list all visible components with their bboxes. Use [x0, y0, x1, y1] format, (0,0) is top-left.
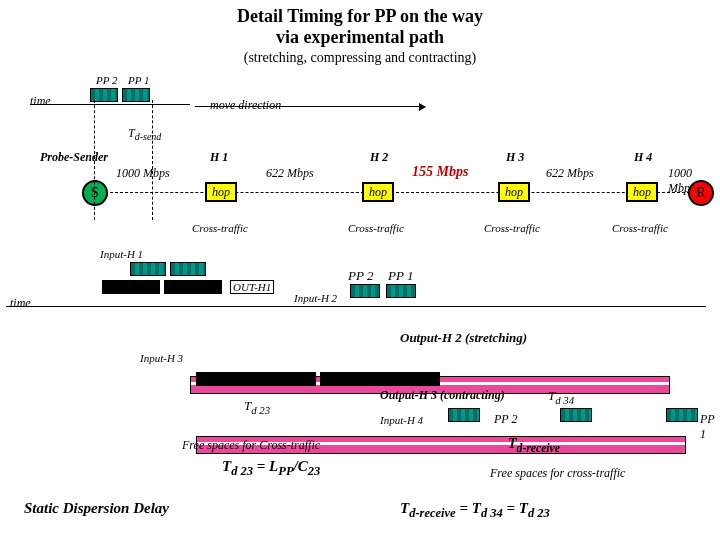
td-send-label: Td-send: [128, 126, 161, 142]
time-axis-mid: [6, 306, 706, 307]
td23-label: Td 23: [244, 398, 270, 416]
hop-h2: hop: [362, 182, 394, 202]
outh1-pp2: [102, 280, 160, 294]
inh2-pp1: [386, 284, 416, 298]
hop-h4: hop: [626, 182, 658, 202]
pp2-bottom: PP 2: [494, 412, 517, 427]
receiver-node: R: [688, 180, 714, 206]
time-label-top: time: [30, 94, 51, 109]
link2-label: 622 Mbps: [266, 166, 314, 181]
pp2-mid: PP 2: [348, 268, 373, 284]
pp1-label-top: PP 1: [128, 74, 150, 86]
inh4-pp2: [448, 408, 480, 422]
pp1-bottom: PP 1: [700, 412, 720, 442]
td-receive-label: Td-receive: [508, 436, 560, 455]
input-h3-label: Input-H 3: [140, 352, 183, 364]
move-direction-arrow: [195, 106, 425, 107]
outh3-pp2: [196, 372, 316, 386]
inh1-pp2: [130, 262, 166, 276]
link1-label: 1000 Mbps: [116, 166, 170, 181]
static-dispersion-delay: Static Dispersion Delay: [24, 500, 169, 517]
inh1-pp1: [170, 262, 206, 276]
input-h4-label: Input-H 4: [380, 414, 423, 426]
h4-label: H 4: [634, 150, 652, 165]
free-spaces-1: Free spaces for Cross-traffic: [182, 438, 320, 453]
vguide-s: [94, 100, 95, 220]
inh4-mid: [560, 408, 592, 422]
inh2-pp2: [350, 284, 380, 298]
outh1-pp1: [164, 280, 222, 294]
inh4-pp1: [666, 408, 698, 422]
time-axis-top: [30, 104, 190, 105]
cross-traffic-3: Cross-traffic: [484, 222, 540, 234]
free-spaces-2: Free spaces for cross-traffic: [490, 466, 625, 481]
hop-h3: hop: [498, 182, 530, 202]
cross-traffic-1: Cross-traffic: [192, 222, 248, 234]
h2-label: H 2: [370, 150, 388, 165]
output-h2-label: Output-H 2 (stretching): [400, 330, 527, 346]
vguide-s2: [152, 100, 153, 220]
h3-label: H 3: [506, 150, 524, 165]
title-line2: via experimental path: [0, 27, 720, 48]
path-line: [100, 192, 690, 193]
eq-td23: Td 23 = LPP/C23: [222, 458, 320, 479]
probe-sender-label: Probe-Sender: [40, 150, 108, 165]
pp2-label-top: PP 2: [96, 74, 118, 86]
h1-label: H 1: [210, 150, 228, 165]
output-h3-label: Output-H 3 (contracting): [380, 388, 505, 403]
pp1-block-top: [122, 88, 150, 102]
link4-label: 622 Mbps: [546, 166, 594, 181]
input-h2-label: Input-H 2: [294, 292, 337, 304]
td34-label: Td 34: [548, 388, 574, 406]
out-h1-label: OUT-H1: [230, 280, 274, 294]
cross-traffic-2: Cross-traffic: [348, 222, 404, 234]
time-label-mid: time: [10, 296, 31, 311]
cross-traffic-4: Cross-traffic: [612, 222, 668, 234]
pp1-mid: PP 1: [388, 268, 413, 284]
subtitle: (stretching, compressing and contracting…: [0, 50, 720, 66]
eq-td-receive: Td-receive = Td 34 = Td 23: [400, 500, 550, 521]
hop-h1: hop: [205, 182, 237, 202]
title-line1: Detail Timing for PP on the way: [0, 6, 720, 27]
sender-node: S: [82, 180, 108, 206]
input-h1-label: Input-H 1: [100, 248, 143, 260]
link3-label: 155 Mbps: [412, 164, 468, 180]
outh3-pp1: [320, 372, 440, 386]
